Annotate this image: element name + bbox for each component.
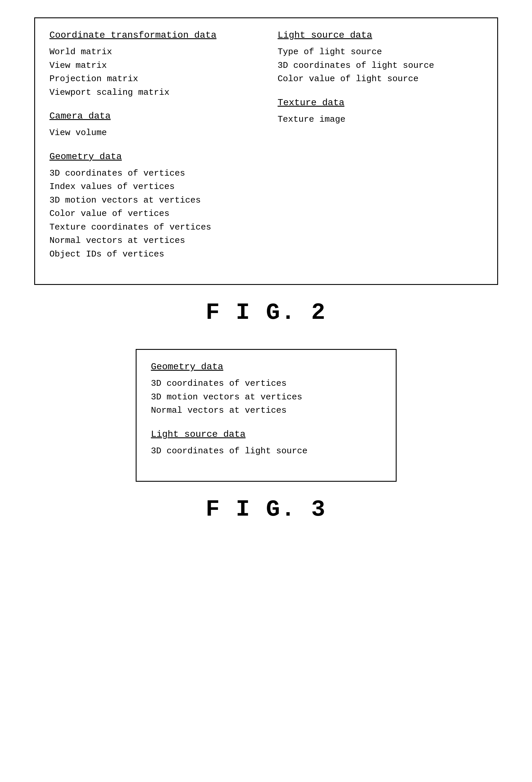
list-item: Normal vectors at vertices	[49, 234, 254, 248]
list-item: Type of light source	[278, 45, 483, 59]
camera-data-header: Camera data	[49, 111, 254, 121]
light-source-header: Light source data	[278, 30, 483, 41]
list-item: World matrix	[49, 45, 254, 59]
list-item: 3D motion vectors at vertices	[151, 390, 381, 404]
texture-data-items: Texture image	[278, 113, 483, 127]
fig2-left-column: Coordinate transformation data World mat…	[49, 30, 266, 273]
geometry-data-items: 3D coordinates of vertices Index values …	[49, 167, 254, 261]
list-item: 3D coordinates of light source	[151, 444, 381, 458]
fig2-right-column: Light source data Type of light source 3…	[266, 30, 483, 273]
list-item: Viewport scaling matrix	[49, 86, 254, 99]
fig2-label: F I G. 2	[206, 299, 326, 326]
coord-transform-header: Coordinate transformation data	[49, 30, 254, 41]
coord-transform-section: Coordinate transformation data World mat…	[49, 30, 254, 99]
list-item: Projection matrix	[49, 72, 254, 86]
camera-data-items: View volume	[49, 126, 254, 140]
list-item: View matrix	[49, 59, 254, 72]
list-item: 3D coordinates of light source	[278, 59, 483, 72]
light-source-section: Light source data Type of light source 3…	[278, 30, 483, 86]
texture-data-section: Texture data Texture image	[278, 97, 483, 127]
camera-data-section: Camera data View volume	[49, 111, 254, 140]
list-item: Texture coordinates of vertices	[49, 221, 254, 234]
list-item: Texture image	[278, 113, 483, 127]
list-item: Normal vectors at vertices	[151, 404, 381, 417]
list-item: Color value of light source	[278, 72, 483, 86]
fig3-geometry-header: Geometry data	[151, 361, 381, 372]
fig3-geometry-items: 3D coordinates of vertices 3D motion vec…	[151, 377, 381, 417]
fig3-light-source-items: 3D coordinates of light source	[151, 444, 381, 458]
fig3-light-source-header: Light source data	[151, 429, 381, 440]
list-item: Index values of vertices	[49, 180, 254, 193]
fig3-label: F I G. 3	[206, 496, 326, 523]
list-item: 3D coordinates of vertices	[49, 167, 254, 180]
fig3-geometry-section: Geometry data 3D coordinates of vertices…	[151, 361, 381, 417]
list-item: Color value of vertices	[49, 207, 254, 221]
list-item: Object IDs of vertices	[49, 248, 254, 261]
geometry-data-section: Geometry data 3D coordinates of vertices…	[49, 151, 254, 261]
list-item: 3D motion vectors at vertices	[49, 193, 254, 207]
coord-transform-items: World matrix View matrix Projection matr…	[49, 45, 254, 99]
list-item: 3D coordinates of vertices	[151, 377, 381, 390]
geometry-data-header: Geometry data	[49, 151, 254, 162]
fig3-light-source-section: Light source data 3D coordinates of ligh…	[151, 429, 381, 458]
texture-data-header: Texture data	[278, 97, 483, 108]
list-item: View volume	[49, 126, 254, 140]
fig2-box: Coordinate transformation data World mat…	[34, 17, 498, 285]
light-source-items: Type of light source 3D coordinates of l…	[278, 45, 483, 86]
fig3-box: Geometry data 3D coordinates of vertices…	[136, 349, 397, 482]
page-container: Coordinate transformation data World mat…	[23, 17, 509, 546]
